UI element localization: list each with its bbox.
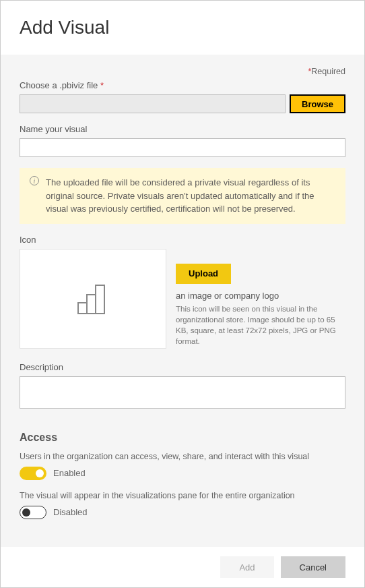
name-label: Name your visual <box>20 124 345 134</box>
svg-rect-0 <box>78 303 87 314</box>
dialog-footer: Add Cancel <box>1 547 364 587</box>
description-label: Description <box>20 362 345 372</box>
access-section-title: Access <box>20 432 345 444</box>
access-state-2: Disabled <box>53 507 88 517</box>
info-text: The uploaded file will be considered a p… <box>46 177 314 214</box>
access-state-1: Enabled <box>53 468 86 478</box>
icon-help-text: This icon will be seen on this visual in… <box>176 303 345 347</box>
add-button[interactable]: Add <box>220 556 273 578</box>
icon-label: Icon <box>20 235 345 245</box>
file-path-input[interactable] <box>20 94 286 113</box>
dialog-title: Add Visual <box>20 17 345 38</box>
file-label: Choose a .pbiviz file * <box>20 80 345 90</box>
upload-button[interactable]: Upload <box>176 264 231 284</box>
access-toggle-1[interactable] <box>20 467 46 480</box>
description-input[interactable] <box>20 376 345 409</box>
svg-rect-1 <box>87 295 96 314</box>
svg-rect-2 <box>96 285 104 314</box>
icon-subtitle: an image or company logo <box>176 291 345 301</box>
info-icon: i <box>30 176 39 185</box>
name-input[interactable] <box>20 138 345 157</box>
icon-preview <box>20 249 166 349</box>
access-desc-1: Users in the organization can access, vi… <box>20 452 345 461</box>
cancel-button[interactable]: Cancel <box>281 556 345 578</box>
browse-button[interactable]: Browse <box>290 94 345 113</box>
access-desc-2: The visual will appear in the visualizat… <box>20 491 345 500</box>
info-banner: i The uploaded file will be considered a… <box>20 168 345 224</box>
access-toggle-2[interactable] <box>20 506 46 519</box>
dialog-content: *Required Choose a .pbiviz file * Browse… <box>1 55 364 547</box>
bar-chart-icon <box>74 283 112 315</box>
asterisk-icon: * <box>100 80 104 90</box>
dialog-header: Add Visual <box>1 1 364 55</box>
required-text: Required <box>311 67 345 76</box>
required-legend: *Required <box>20 67 345 76</box>
